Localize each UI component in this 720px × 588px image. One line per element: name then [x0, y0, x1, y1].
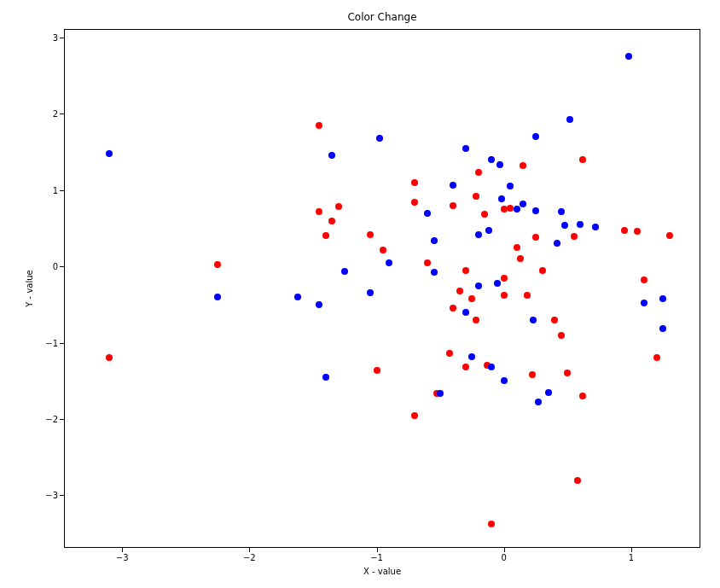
- point-blue: [507, 183, 514, 189]
- point-blue: [475, 282, 482, 289]
- point-blue: [532, 207, 539, 214]
- point-red: [621, 227, 628, 234]
- point-blue: [494, 280, 501, 287]
- y-tick-label: −2: [45, 415, 65, 424]
- point-blue: [592, 224, 599, 230]
- point-red: [450, 202, 456, 209]
- point-blue: [514, 206, 520, 212]
- point-blue: [316, 301, 322, 308]
- point-blue: [322, 374, 329, 381]
- x-tick-label: −2: [243, 553, 256, 562]
- point-red: [501, 292, 508, 299]
- y-tick-label: −3: [45, 491, 65, 500]
- point-red: [574, 477, 581, 484]
- x-tick: [631, 548, 632, 552]
- point-red: [367, 231, 374, 238]
- point-blue: [462, 309, 469, 316]
- point-blue: [450, 182, 456, 189]
- point-blue: [545, 389, 552, 396]
- point-blue: [520, 201, 526, 207]
- point-blue: [431, 269, 438, 276]
- point-red: [380, 247, 386, 253]
- point-blue: [488, 156, 495, 163]
- point-blue: [294, 294, 301, 300]
- x-tick-label: 1: [629, 553, 634, 562]
- point-blue: [485, 227, 492, 234]
- point-red: [462, 267, 469, 274]
- point-blue: [558, 208, 565, 215]
- point-red: [529, 371, 536, 378]
- point-blue: [577, 221, 584, 228]
- point-blue: [659, 325, 666, 332]
- x-tick: [377, 548, 378, 552]
- point-red: [501, 275, 508, 282]
- x-tick-label: −1: [370, 553, 383, 562]
- x-tick: [122, 548, 123, 552]
- point-red: [450, 305, 456, 311]
- point-blue: [431, 237, 438, 244]
- y-tick-label: 0: [53, 262, 65, 271]
- point-blue: [468, 353, 475, 360]
- point-blue: [328, 152, 335, 159]
- point-blue: [496, 161, 503, 168]
- x-tick-label: −3: [116, 553, 129, 562]
- point-blue: [641, 300, 647, 306]
- y-tick-label: 2: [53, 109, 65, 119]
- point-blue: [341, 268, 348, 275]
- point-red: [462, 364, 469, 370]
- figure: Color Change X - value Y - value −3−2−10…: [0, 0, 720, 588]
- x-tick-label: 0: [502, 553, 507, 562]
- point-red: [328, 218, 335, 224]
- point-red: [666, 232, 673, 239]
- point-blue: [376, 135, 383, 142]
- point-blue: [532, 133, 539, 140]
- point-red: [524, 292, 531, 299]
- x-tick: [249, 548, 250, 552]
- point-red: [641, 277, 647, 283]
- point-red: [322, 232, 329, 239]
- point-red: [571, 233, 578, 240]
- scatter-axes: Color Change X - value Y - value −3−2−10…: [64, 29, 700, 548]
- point-blue: [530, 317, 537, 323]
- y-tick-label: −1: [45, 338, 65, 347]
- point-red: [374, 367, 380, 374]
- point-red: [488, 521, 495, 527]
- point-red: [564, 370, 571, 376]
- point-blue: [424, 210, 431, 217]
- point-red: [517, 255, 524, 262]
- x-axis-label: X - value: [65, 567, 700, 576]
- point-red: [316, 122, 322, 129]
- point-red: [473, 317, 479, 323]
- point-blue: [475, 231, 482, 238]
- point-red: [214, 261, 221, 268]
- chart-title: Color Change: [65, 11, 700, 23]
- point-red: [520, 162, 526, 169]
- point-blue: [625, 53, 632, 60]
- point-blue: [498, 195, 505, 202]
- point-blue: [561, 222, 568, 229]
- point-red: [411, 412, 418, 419]
- point-red: [634, 228, 641, 235]
- point-red: [481, 211, 488, 218]
- point-blue: [566, 116, 573, 123]
- point-red: [424, 259, 431, 266]
- point-blue: [501, 377, 508, 384]
- point-red: [411, 179, 418, 186]
- point-red: [411, 199, 418, 206]
- point-red: [532, 234, 539, 241]
- point-red: [106, 354, 113, 361]
- x-tick: [504, 548, 505, 552]
- point-red: [514, 244, 520, 251]
- point-red: [316, 208, 322, 215]
- point-red: [473, 193, 479, 200]
- point-blue: [488, 364, 495, 370]
- y-tick-label: 3: [53, 32, 65, 42]
- point-blue: [214, 294, 221, 300]
- point-red: [539, 267, 546, 274]
- point-blue: [535, 399, 542, 405]
- point-blue: [462, 145, 469, 152]
- point-red: [446, 350, 453, 357]
- point-red: [653, 354, 660, 361]
- point-blue: [554, 240, 560, 247]
- point-red: [456, 288, 463, 294]
